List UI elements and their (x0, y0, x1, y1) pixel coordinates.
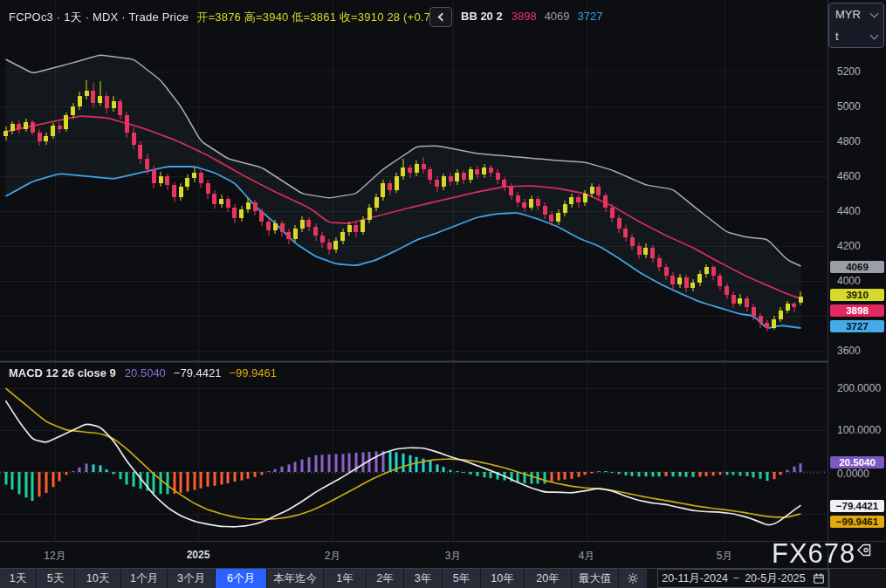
price-badge: 3898 (830, 304, 884, 317)
chevron-left-icon (437, 13, 446, 22)
chevron-down-icon (870, 9, 879, 17)
macd-tick-label: 200.0000 (837, 382, 881, 394)
price-badge: 3910 (830, 289, 884, 301)
range-button-14[interactable]: 最大值 (572, 569, 619, 588)
toolbar-settings-button[interactable] (619, 569, 648, 588)
time-axis-label: 5月 (717, 549, 733, 564)
macd-tick-label: 100.0000 (837, 424, 881, 436)
currency-value: MYR (835, 8, 861, 21)
price-axis[interactable]: 52005000480046004400420040003600200.0000… (828, 0, 886, 541)
macd-label: MACD 12 26 close 9 (9, 366, 116, 379)
date-range-separator: − (733, 572, 739, 585)
currency-unit-selector: MYR t (828, 3, 884, 48)
range-button-6[interactable]: 6个月 (216, 569, 267, 588)
bb-lower-value: 3727 (578, 10, 603, 23)
legend-collapse-button[interactable] (429, 7, 452, 27)
symbol-title: FCPOc3 · 1天 · MDX · Trade Price (9, 10, 189, 24)
macd-line-value: −79.4421 (174, 366, 222, 379)
date-range-to: 20-5月-2025 (745, 571, 806, 586)
range-button-4[interactable]: 1个月 (121, 569, 168, 588)
range-button-8[interactable]: 1年 (324, 569, 367, 588)
range-button-9[interactable]: 2年 (367, 569, 404, 588)
unit-value: t (835, 30, 839, 43)
fx678-watermark: FX678 (772, 538, 871, 570)
bb-basis-value: 3898 (512, 10, 537, 23)
range-button-12[interactable]: 10年 (481, 569, 525, 588)
price-tick-label: 4600 (837, 170, 861, 182)
currency-select[interactable]: MYR (829, 3, 883, 25)
time-axis-label: 4月 (579, 549, 595, 564)
bollinger-legend[interactable]: BB 20 2389840693727 (461, 10, 602, 23)
price-tick-label: 5000 (837, 100, 861, 113)
price-badge: 3727 (830, 320, 884, 332)
time-axis-label: 2025 (187, 549, 210, 561)
price-badge: 4069 (830, 261, 884, 273)
macd-hist-value: 20.5040 (125, 366, 166, 379)
toolbar-corner (829, 569, 886, 588)
gear-icon (627, 572, 639, 585)
time-axis[interactable]: 12月20252月3月4月5月 (0, 541, 886, 568)
range-button-13[interactable]: 20年 (525, 569, 572, 588)
time-axis-label: 2月 (325, 549, 341, 564)
watermark-text: FX678 (772, 538, 855, 570)
symbol-legend[interactable]: FCPOc3 · 1天 · MDX · Trade Price开=3876 高=… (9, 10, 451, 25)
range-button-7[interactable]: 本年迄今 (267, 569, 324, 588)
unit-select[interactable]: t (829, 25, 883, 47)
range-button-10[interactable]: 3年 (404, 569, 443, 588)
macd-badge: −79.4421 (830, 500, 884, 512)
date-range-picker[interactable]: 20-11月-2024 − 20-5月-2025 (657, 569, 829, 588)
price-tick-label: 3600 (837, 345, 861, 357)
bb-upper-value: 4069 (545, 10, 570, 23)
range-button-1[interactable]: 1天 (0, 569, 37, 588)
range-button-3[interactable]: 10天 (75, 569, 121, 588)
bb-label: BB 20 2 (461, 10, 503, 23)
price-tick-label: 4000 (837, 275, 861, 287)
chart-canvas[interactable] (0, 0, 828, 541)
macd-badge: 20.5040 (830, 456, 884, 468)
time-axis-label: 3月 (445, 549, 462, 564)
chevron-down-icon (870, 31, 879, 39)
toolbar-spacer (648, 569, 657, 588)
price-tick-label: 5200 (837, 65, 861, 78)
macd-badge: −99.9461 (830, 516, 884, 528)
range-button-2[interactable]: 5天 (37, 569, 75, 588)
tag-icon (856, 544, 871, 557)
calendar-icon (813, 572, 825, 585)
time-axis-label: 12月 (44, 549, 65, 564)
price-tick-label: 4800 (837, 135, 861, 147)
macd-tick-label: 0.0000 (837, 468, 869, 480)
trading-chart-window: FCPOc3 · 1天 · MDX · Trade Price开=3876 高=… (0, 0, 886, 588)
date-range-from: 20-11月-2024 (662, 571, 728, 586)
range-button-5[interactable]: 3个月 (168, 569, 216, 588)
range-button-11[interactable]: 5年 (443, 569, 481, 588)
price-tick-label: 4400 (837, 205, 861, 217)
macd-signal-value: −99.9461 (229, 366, 277, 379)
range-toolbar: 1天5天10天1个月3个月6个月本年迄今1年2年3年5年10年20年最大值 20… (0, 568, 886, 588)
price-tick-label: 4200 (837, 240, 861, 252)
symbol-ohlc-values: 开=3876 高=3940 低=3861 收=3910 28 (+0.72%) (196, 10, 450, 24)
macd-legend[interactable]: MACD 12 26 close 920.5040−79.4421−99.946… (9, 366, 277, 379)
